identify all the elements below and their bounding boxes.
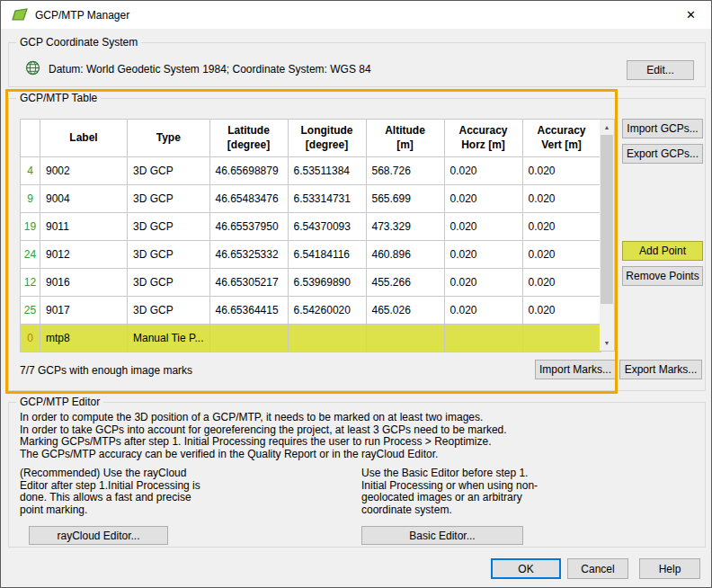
cell-altitude[interactable]	[366, 325, 444, 352]
cell-label[interactable]: mtp8	[40, 325, 128, 352]
corner-header[interactable]	[21, 120, 40, 157]
cell-accuracy-horz[interactable]: 0.020	[444, 213, 522, 241]
cell-accuracy-vert[interactable]: 0.020	[522, 213, 601, 241]
table-row[interactable]: 19 9011 3D GCP 46.65537950 6.54370093 47…	[21, 213, 601, 241]
remove-points-button[interactable]: Remove Points	[622, 266, 703, 286]
cell-longitude[interactable]: 6.54260020	[288, 297, 366, 325]
col-header-type[interactable]: Type	[128, 120, 210, 157]
cell-longitude[interactable]: 6.54370093	[288, 213, 366, 241]
scroll-down-icon[interactable]: ▼	[600, 335, 614, 351]
cell-type[interactable]: 3D GCP	[128, 157, 210, 185]
cell-longitude[interactable]: 6.54184116	[288, 241, 366, 269]
vertical-scrollbar[interactable]: ▲ ▼	[600, 119, 615, 352]
table-row[interactable]: 12 9016 3D GCP 46.65305217 6.53969890 45…	[21, 269, 601, 297]
gcp-mtp-editor-group: GCP/MTP Editor In order to compute the 3…	[8, 402, 706, 548]
title-bar: GCP/MTP Manager ✕	[1, 1, 711, 29]
cell-type[interactable]: 3D GCP	[128, 297, 210, 325]
edit-button[interactable]: Edit...	[627, 60, 694, 80]
cell-accuracy-horz[interactable]: 0.020	[444, 185, 522, 213]
raycloud-editor-button[interactable]: rayCloud Editor...	[29, 526, 168, 545]
gcp-coordinate-system-group: GCP Coordinate System Datum: World Geode…	[8, 42, 706, 87]
col-header-label[interactable]: Label	[40, 120, 128, 157]
cell-type[interactable]: 3D GCP	[128, 185, 210, 213]
cell-label[interactable]: 9011	[40, 213, 128, 241]
table-header-row: Label Type Latitude [degree] Longitude […	[21, 120, 601, 157]
import-gcps-button[interactable]: Import GCPs...	[622, 119, 703, 138]
cell-latitude[interactable]	[209, 325, 288, 352]
cell-accuracy-horz[interactable]	[444, 325, 522, 352]
row-number[interactable]: 19	[21, 213, 40, 241]
table-row[interactable]: 4 9002 3D GCP 46.65698879 6.53511384 568…	[21, 157, 601, 185]
cell-type[interactable]: 3D GCP	[128, 213, 210, 241]
cell-latitude[interactable]: 46.65483476	[209, 185, 288, 213]
cell-altitude[interactable]: 565.699	[366, 185, 444, 213]
ok-button[interactable]: OK	[491, 558, 561, 579]
export-gcps-button[interactable]: Export GCPs...	[622, 144, 703, 164]
table-row[interactable]: 25 9017 3D GCP 46.65364415 6.54260020 46…	[21, 297, 601, 325]
cell-accuracy-horz[interactable]: 0.020	[444, 297, 522, 325]
cell-type[interactable]: 3D GCP	[128, 241, 210, 269]
window-title: GCP/MTP Manager	[35, 9, 129, 22]
table-row[interactable]: 9 9004 3D GCP 46.65483476 6.53314731 565…	[21, 185, 601, 213]
cell-altitude[interactable]: 568.726	[366, 157, 444, 185]
row-number[interactable]: 24	[21, 241, 40, 269]
cell-accuracy-vert[interactable]: 0.020	[522, 269, 601, 297]
cell-longitude[interactable]	[288, 325, 366, 352]
cell-latitude[interactable]: 46.65364415	[209, 297, 288, 325]
cell-accuracy-horz[interactable]: 0.020	[444, 241, 522, 269]
row-number[interactable]: 12	[21, 269, 40, 297]
cell-longitude[interactable]: 6.53969890	[288, 269, 366, 297]
globe-icon	[25, 60, 40, 79]
gcp-mtp-table-group: GCP/MTP Table Label Type Latitude [degre…	[8, 98, 706, 391]
row-number[interactable]: 9	[21, 185, 40, 213]
cell-label[interactable]: 9004	[40, 185, 128, 213]
table-row[interactable]: 24 9012 3D GCP 46.65325332 6.54184116 46…	[21, 241, 601, 269]
col-header-accuracy-vert[interactable]: Accuracy Vert [m]	[522, 120, 601, 157]
cell-accuracy-vert[interactable]	[522, 325, 601, 352]
cell-accuracy-vert[interactable]: 0.020	[522, 297, 601, 325]
close-icon: ✕	[686, 8, 696, 22]
col-header-accuracy-horz[interactable]: Accuracy Horz [m]	[444, 120, 522, 157]
col-header-longitude[interactable]: Longitude [degree]	[288, 120, 366, 157]
cell-accuracy-horz[interactable]: 0.020	[444, 157, 522, 185]
cell-label[interactable]: 9012	[40, 241, 128, 269]
col-header-latitude[interactable]: Latitude [degree]	[209, 120, 288, 157]
group-title-table: GCP/MTP Table	[16, 92, 101, 104]
cell-altitude[interactable]: 465.026	[366, 297, 444, 325]
cell-label[interactable]: 9002	[40, 157, 128, 185]
row-number[interactable]: 25	[21, 297, 40, 325]
cell-altitude[interactable]: 455.266	[366, 269, 444, 297]
cell-longitude[interactable]: 6.53314731	[288, 185, 366, 213]
table-row-selected[interactable]: 0 mtp8 Manual Tie P...	[21, 325, 601, 352]
row-number[interactable]: 4	[21, 157, 40, 185]
group-title-coordinate-system: GCP Coordinate System	[16, 36, 141, 49]
cell-latitude[interactable]: 46.65325332	[209, 241, 288, 269]
group-title-editor: GCP/MTP Editor	[16, 396, 103, 408]
cell-accuracy-vert[interactable]: 0.020	[522, 185, 601, 213]
cell-latitude[interactable]: 46.65537950	[209, 213, 288, 241]
cell-accuracy-vert[interactable]: 0.020	[522, 157, 601, 185]
cell-label[interactable]: 9017	[40, 297, 128, 325]
scrollbar-thumb[interactable]	[601, 135, 613, 304]
datum-text: Datum: World Geodetic System 1984; Coord…	[49, 63, 371, 76]
add-point-button[interactable]: Add Point	[622, 241, 703, 261]
basic-editor-button[interactable]: Basic Editor...	[361, 526, 523, 545]
cancel-button[interactable]: Cancel	[567, 558, 628, 579]
cell-label[interactable]: 9016	[40, 269, 128, 297]
export-marks-button[interactable]: Export Marks...	[619, 360, 702, 379]
cell-type[interactable]: Manual Tie P...	[128, 325, 210, 352]
cell-latitude[interactable]: 46.65305217	[209, 269, 288, 297]
cell-longitude[interactable]: 6.53511384	[288, 157, 366, 185]
cell-type[interactable]: 3D GCP	[128, 269, 210, 297]
row-number[interactable]: 0	[21, 325, 40, 352]
col-header-altitude[interactable]: Altitude [m]	[366, 120, 444, 157]
cell-altitude[interactable]: 460.896	[366, 241, 444, 269]
cell-accuracy-vert[interactable]: 0.020	[522, 241, 601, 269]
cell-latitude[interactable]: 46.65698879	[209, 157, 288, 185]
cell-altitude[interactable]: 473.329	[366, 213, 444, 241]
import-marks-button[interactable]: Import Marks...	[535, 360, 616, 379]
close-button[interactable]: ✕	[671, 1, 711, 29]
help-button[interactable]: Help	[639, 558, 700, 579]
cell-accuracy-horz[interactable]: 0.020	[444, 269, 522, 297]
scroll-up-icon[interactable]: ▲	[600, 120, 614, 135]
